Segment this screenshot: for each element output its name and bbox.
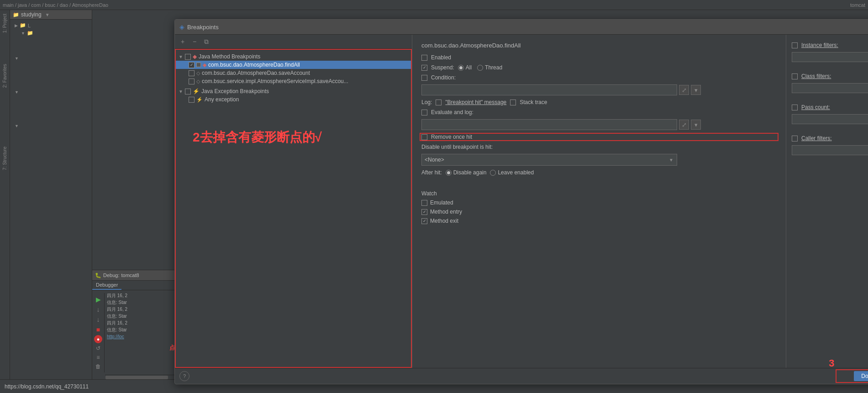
condition-checkbox[interactable] [421, 75, 427, 81]
disable-again-radio[interactable]: Disable again [446, 169, 487, 176]
bp-detail-panel: com.bsuc.dao.AtmosphereDao.findAll Enabl… [412, 35, 786, 368]
bp-hit-message-label: "Breakpoint hit" message [445, 99, 506, 105]
bp-item-2-label: com.bsuc.service.impl.AtmosphereServiceI… [202, 78, 348, 84]
bp-list: ▼ ◆ Java Method Breakpoints ◆ com.bsuc. [175, 49, 412, 368]
leave-enabled-radio[interactable]: Leave enabled [490, 169, 534, 176]
project-tree-item2[interactable]: ▼ [12, 55, 90, 62]
exception-item-0[interactable]: ⚡ Any exception [176, 95, 411, 104]
evaluate-log-label: Evaluate and log: [431, 109, 473, 115]
dialog-body: + − ⧉ ▼ ◆ Java Method Breakpoints [175, 35, 868, 368]
done-button[interactable]: Done [854, 371, 868, 381]
instance-filters-input[interactable] [792, 52, 868, 62]
debug-log-1-text: 信息: Star [107, 299, 181, 306]
stop-button[interactable]: ■ [94, 325, 102, 334]
debug-link[interactable]: http://loc [107, 333, 181, 340]
rerun-button[interactable]: ↺ [94, 344, 102, 352]
tomcat-indicator: tomcat [850, 2, 865, 8]
remove-once-hit-row: Remove once hit [421, 134, 777, 140]
sidebar-tab-project[interactable]: 1: Project [1, 12, 8, 35]
help-button[interactable]: ? [179, 371, 189, 381]
project-panel: 📁 studying ▼ ▶ 📁 L ▼ 📁 ▼ ▼ [10, 10, 92, 393]
group-checkbox[interactable] [185, 54, 191, 60]
caller-filters-header: Caller filters: [792, 135, 868, 141]
log-bp-hit-checkbox[interactable] [436, 100, 442, 105]
watch-label: Watch [421, 190, 777, 197]
project-dropdown-icon[interactable]: ▼ [45, 12, 50, 17]
suspend-checkbox[interactable] [421, 65, 427, 71]
add-bp-button[interactable]: + [178, 37, 188, 47]
stack-trace-checkbox[interactable] [510, 100, 516, 105]
method-exit-row: Method exit [421, 218, 777, 224]
condition-dropdown-button[interactable]: ▾ [691, 85, 701, 95]
step-into-button[interactable]: ↓ [94, 315, 102, 324]
condition-input[interactable] [421, 84, 677, 95]
evaluate-log-input[interactable] [421, 119, 677, 130]
project-tree-item[interactable]: ▼ 📁 [12, 29, 90, 37]
emulated-checkbox[interactable] [421, 200, 427, 206]
caller-filters-input[interactable] [792, 145, 868, 155]
caller-filters-checkbox[interactable] [792, 136, 798, 141]
method-exit-label: Method exit [430, 218, 458, 224]
resume-button[interactable]: ▶ [94, 295, 102, 304]
evaluate-log-input-row: ⤢ ▾ [421, 119, 777, 130]
pass-count-checkbox[interactable] [792, 105, 798, 110]
bp-item-2[interactable]: ◇ com.bsuc.service.impl.AtmosphereServic… [176, 77, 411, 85]
debug-tabs: Debugger [92, 281, 183, 290]
instance-filters-checkbox[interactable] [792, 42, 798, 48]
bp-item-0[interactable]: ◆ com.bsuc.dao.AtmosphereDao.findAll [176, 61, 411, 69]
class-filters-checkbox[interactable] [792, 73, 798, 79]
method-exit-checkbox[interactable] [421, 218, 427, 224]
debugger-tab[interactable]: Debugger [92, 281, 121, 290]
bp-item-1[interactable]: ◇ com.bsuc.dao.AtmosphereDao.saveAccount [176, 69, 411, 77]
project-tree-item3[interactable]: ▼ [12, 89, 90, 95]
debug-log-3-text: 信息: Star [107, 326, 181, 333]
bp-item-0-checkbox[interactable] [189, 62, 195, 68]
bp-item-1-checkbox[interactable] [189, 70, 195, 76]
java-exception-bp-group: ▼ ⚡ Java Exception Breakpoints ⚡ Any exc… [176, 86, 411, 105]
class-filters-input[interactable] [792, 83, 868, 93]
evaluate-log-checkbox[interactable] [421, 110, 427, 115]
copy-bp-button[interactable]: ⧉ [201, 37, 211, 47]
bp-item-0-label: com.bsuc.dao.AtmosphereDao.findAll [208, 62, 300, 68]
leave-enabled-label: Leave enabled [498, 169, 534, 176]
enabled-checkbox[interactable] [421, 55, 427, 61]
debug-scrollbar[interactable] [105, 375, 183, 379]
project-tree-item4[interactable]: ▼ [12, 123, 90, 129]
left-sidebar: 1: Project 2: Favorites 7: Structure [0, 10, 10, 393]
java-method-group-header[interactable]: ▼ ◆ Java Method Breakpoints [176, 52, 411, 61]
pass-count-input[interactable] [792, 114, 868, 124]
step-over-button[interactable]: ↓ [94, 305, 102, 314]
remove-bp-button[interactable]: − [189, 37, 200, 47]
exception-group-checkbox[interactable] [185, 89, 191, 94]
folder-icon2: 📁 [27, 30, 33, 36]
project-title: studying [21, 11, 42, 18]
suspend-all-radio[interactable]: All [458, 64, 472, 71]
sidebar-tab-favorites[interactable]: 2: Favorites [1, 62, 8, 89]
evaluate-expand-button[interactable]: ⤢ [679, 120, 689, 130]
condition-row: Condition: [421, 74, 777, 81]
main-area: 1: Project 2: Favorites 7: Structure 📁 s… [0, 10, 868, 393]
evaluate-dropdown-button[interactable]: ▾ [691, 120, 701, 130]
debug-log-1: 四月 16, 2 [107, 292, 181, 299]
all-radio-circle [458, 65, 464, 71]
suspend-thread-radio[interactable]: Thread [477, 64, 502, 71]
content-area: 2去掉含有菱形断点的√ ◈ Breakpoints ✕ + − [92, 10, 868, 393]
remove-once-hit-checkbox[interactable] [421, 134, 427, 140]
java-exception-group-header[interactable]: ▼ ⚡ Java Exception Breakpoints [176, 87, 411, 95]
record-button[interactable]: ● [94, 335, 102, 343]
exception-bolt-icon: ⚡ [193, 88, 200, 94]
chevron-down3-icon: ▼ [15, 90, 19, 94]
method-entry-checkbox[interactable] [421, 209, 427, 215]
sidebar-tab-structure[interactable]: 7: Structure [1, 145, 8, 172]
condition-expand-button[interactable]: ⤢ [679, 85, 689, 95]
exception-item-0-checkbox[interactable] [189, 97, 195, 103]
bp-list-panel: + − ⧉ ▼ ◆ Java Method Breakpoints [175, 35, 412, 368]
bp-item-2-checkbox[interactable] [189, 79, 195, 84]
class-filters-section: Class filters: ⋯ [792, 73, 868, 93]
class-filters-header: Class filters: [792, 73, 868, 79]
enabled-row: Enabled [421, 54, 777, 61]
project-tree-item[interactable]: ▶ 📁 L [12, 21, 90, 29]
thread-dump-button[interactable]: ≡ [94, 353, 102, 362]
gc-button[interactable]: 🗑 [94, 362, 102, 371]
disable-until-dropdown[interactable]: <None> [421, 154, 677, 166]
